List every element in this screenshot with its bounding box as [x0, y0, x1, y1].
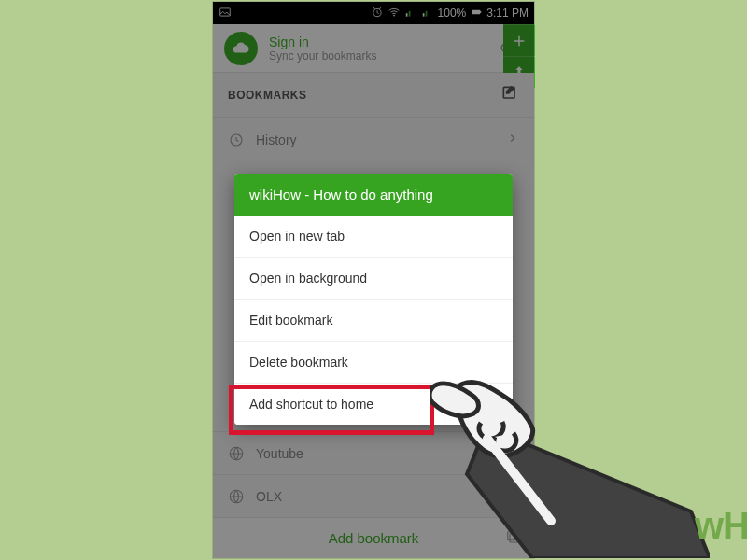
menu-add-shortcut[interactable]: Add shortcut to home: [234, 384, 513, 425]
watermark: wH: [695, 505, 747, 547]
menu-delete-bookmark[interactable]: Delete bookmark: [234, 342, 513, 384]
context-menu: wikiHow - How to do anything Open in new…: [234, 174, 513, 425]
context-menu-title: wikiHow - How to do anything: [234, 174, 513, 216]
menu-open-background[interactable]: Open in background: [234, 258, 513, 300]
menu-open-new-tab[interactable]: Open in new tab: [234, 216, 513, 258]
menu-edit-bookmark[interactable]: Edit bookmark: [234, 300, 513, 342]
